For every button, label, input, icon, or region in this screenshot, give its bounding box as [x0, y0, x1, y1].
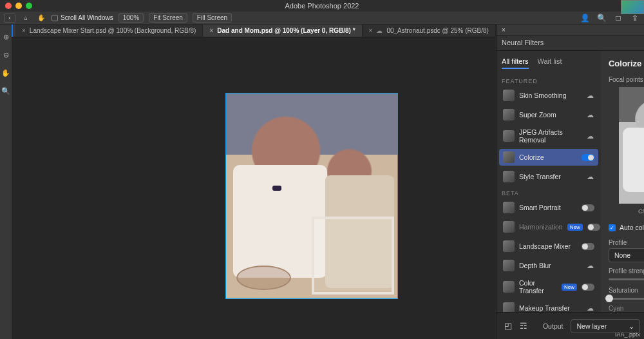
panel-title: Neural Filters [497, 36, 644, 51]
fill-screen-button[interactable]: Fill Screen [193, 13, 232, 23]
focal-points-preview[interactable] [619, 87, 644, 204]
download-icon[interactable]: ☁ [587, 262, 594, 270]
cloud-icon: ☁ [376, 27, 383, 34]
preview-icon[interactable]: ◰ [504, 321, 512, 331]
filter-thumb-icon [503, 151, 515, 163]
tab-astronaut[interactable]: × ☁ 00_Astronaut.psdc @ 25% (RGB/8) [363, 24, 496, 37]
filter-thumb-icon [503, 90, 515, 101]
filter-jpeg-artifacts-removal[interactable]: JPEG Artifacts Removal ☁ [499, 126, 598, 146]
profile-value: None [614, 251, 630, 259]
tab-landscape-mixer-start[interactable]: × Landscape Mixer Start.psd @ 100% (Back… [15, 24, 203, 37]
focal-points-caption: Click to edit focal points [609, 208, 644, 215]
zoom-tool-icon[interactable]: 🔍 [0, 85, 12, 97]
tab-label: Landscape Mixer Start.psd @ 100% (Backgr… [30, 27, 196, 34]
neural-filters-panel: × Neural Filters All filters Wait list F… [496, 24, 644, 339]
filter-skin-smoothing[interactable]: Skin Smoothing ☁ [499, 87, 598, 104]
tab-dad-and-mom[interactable]: × Dad and Mom.psd @ 100% (Layer 0, RGB/8… [203, 24, 362, 37]
hand-icon[interactable]: ✋ [0, 67, 12, 79]
filter-label: Landscape Mixer [519, 242, 577, 250]
checkbox-icon [52, 15, 58, 21]
auto-color-checkbox[interactable]: ✓ Auto color image [609, 224, 644, 231]
close-icon[interactable]: × [22, 27, 26, 34]
slider-knob[interactable] [605, 295, 613, 302]
layers-icon[interactable]: ☶ [520, 321, 527, 331]
filter-label: Harmonization [519, 223, 563, 231]
scroll-all-windows-checkbox[interactable]: Scroll All Windows [52, 14, 113, 21]
saturation-row: Saturation 0 [609, 287, 644, 294]
add-tool-icon[interactable]: ⊕ [0, 31, 12, 43]
new-badge: New [567, 224, 583, 231]
neural-filters-body: All filters Wait list FEATURED Skin Smoo… [497, 51, 644, 312]
profile-select[interactable]: None ⌄ [609, 248, 644, 262]
filters-list: All filters Wait list FEATURED Skin Smoo… [497, 51, 601, 312]
titlebar-thumbnail [621, 0, 644, 14]
filter-colorize[interactable]: Colorize [499, 149, 598, 166]
filter-label: Skin Smoothing [519, 92, 582, 99]
hand-tool-icon[interactable]: ✋ [36, 13, 46, 23]
title-bar: Adobe Photoshop 2022 [0, 0, 644, 12]
search-icon[interactable]: 🔍 [596, 13, 607, 23]
download-icon[interactable]: ☁ [587, 111, 594, 119]
filter-thumb-icon [503, 130, 515, 142]
subtab-wait-list[interactable]: Wait list [538, 57, 562, 69]
check-icon: ✓ [609, 224, 616, 231]
filter-label: Super Zoom [519, 111, 582, 119]
download-icon[interactable]: ☁ [587, 132, 594, 140]
filter-thumb-icon [503, 109, 515, 121]
tab-label: Dad and Mom.psd @ 100% (Layer 0, RGB/8) … [217, 27, 355, 34]
chevron-down-icon: ⌄ [629, 322, 634, 330]
filter-label: Makeup Transfer [519, 304, 582, 312]
download-icon[interactable]: ☁ [587, 92, 594, 100]
filter-super-zoom[interactable]: Super Zoom ☁ [499, 106, 598, 123]
section-featured: FEATURED [497, 74, 601, 86]
panel-tab-close[interactable]: × [497, 24, 644, 36]
subtract-tool-icon[interactable]: ⊖ [0, 49, 12, 61]
user-icon[interactable]: 👤 [580, 13, 590, 23]
filter-style-transfer[interactable]: Style Transfer ☁ [499, 168, 598, 185]
filter-landscape-mixer[interactable]: Landscape Mixer [499, 238, 598, 255]
download-icon[interactable]: ☁ [587, 304, 594, 313]
profile-strength-slider[interactable] [609, 278, 644, 280]
filter-label: Color Transfer [519, 279, 557, 295]
filter-toggle[interactable] [582, 284, 594, 291]
saturation-label: Saturation [609, 287, 638, 294]
fit-screen-button[interactable]: Fit Screen [149, 13, 187, 23]
saturation-slider[interactable] [609, 298, 644, 300]
section-beta: BETA [497, 186, 601, 198]
close-icon[interactable]: × [209, 27, 213, 34]
settings-title: Colorize [609, 59, 644, 68]
app-title: Adobe Photoshop 2022 [0, 2, 644, 10]
active-document-image[interactable] [225, 93, 398, 299]
filter-smart-portrait[interactable]: Smart Portrait [499, 199, 598, 216]
filter-thumb-icon [503, 171, 515, 182]
left-tool-strip: ⊕ ⊖ ✋ 🔍 [0, 24, 12, 339]
filter-depth-blur[interactable]: Depth Blur ☁ [499, 257, 598, 274]
document-tabs: × Landscape Mixer Start.psd @ 100% (Back… [12, 24, 496, 37]
filter-toggle[interactable] [582, 204, 594, 211]
back-button[interactable]: ‹ [4, 14, 15, 23]
filter-thumb-icon [503, 281, 515, 293]
filter-thumb-icon [503, 302, 515, 312]
home-icon[interactable]: ⌂ [21, 13, 31, 23]
close-icon[interactable]: × [369, 27, 373, 34]
filter-thumb-icon [503, 260, 515, 271]
download-icon[interactable]: ☁ [587, 173, 594, 181]
scroll-all-windows-label: Scroll All Windows [61, 14, 113, 21]
filter-settings: Colorize ↻ Focal points Click to edit fo… [601, 51, 644, 312]
zoom-level-button[interactable]: 100% [118, 13, 144, 23]
subtab-all-filters[interactable]: All filters [502, 57, 529, 69]
cyan-red-row: Cyan Red [609, 305, 644, 312]
options-bar: ‹ ⌂ ✋ Scroll All Windows 100% Fit Screen… [0, 12, 644, 24]
auto-color-label: Auto color image [620, 224, 644, 231]
filter-makeup-transfer[interactable]: Makeup Transfer ☁ [499, 300, 598, 312]
filter-label: Colorize [519, 153, 577, 161]
filter-harmonization[interactable]: Harmonization New [499, 218, 598, 235]
filter-toggle[interactable] [582, 154, 594, 161]
filter-toggle[interactable] [582, 243, 594, 250]
output-label: Output [543, 322, 564, 330]
filter-label: Depth Blur [519, 262, 582, 269]
tab-label: 00_Astronaut.psdc @ 25% (RGB/8) [386, 27, 489, 34]
filter-label: Style Transfer [519, 173, 582, 180]
filter-color-transfer[interactable]: Color Transfer New [499, 276, 598, 297]
filter-toggle[interactable] [587, 224, 600, 231]
